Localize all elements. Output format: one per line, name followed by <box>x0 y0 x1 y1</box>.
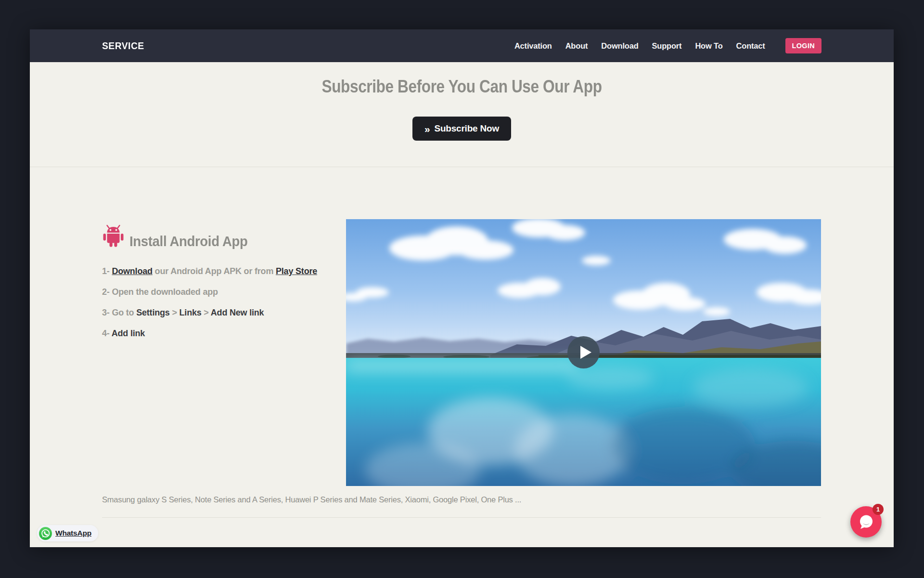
nav-item-support[interactable]: Support <box>652 41 682 51</box>
subscribe-section: Subscribe Before You Can Use Our App » S… <box>30 62 894 167</box>
brand-logo[interactable]: SERVICE <box>102 40 144 52</box>
page-title: Subscribe Before You Can Use Our App <box>82 77 842 97</box>
chat-unread-badge: 1 <box>873 504 884 515</box>
step-text: Links <box>180 308 202 317</box>
install-step-2: 2- Open the downloaded app <box>102 286 317 307</box>
step-text: > <box>170 308 180 317</box>
install-android-title: Install Android App <box>129 233 247 249</box>
nav-links: ActivationAboutDownloadSupportHow ToCont… <box>514 41 765 51</box>
step-text: our Android App APK or from <box>153 266 276 276</box>
navbar: SERVICE ActivationAboutDownloadSupportHo… <box>30 29 894 62</box>
supported-devices-caption: Smasung galaxy S Series, Note Series and… <box>102 495 521 504</box>
chat-widget-button[interactable]: 1 <box>850 506 882 538</box>
section-divider <box>102 517 821 518</box>
step-text: > <box>202 308 211 317</box>
subscribe-now-button[interactable]: » Subscribe Now <box>412 117 511 141</box>
step-text: 3- Go to <box>102 308 136 317</box>
nav-right: ActivationAboutDownloadSupportHow ToCont… <box>514 38 821 53</box>
nav-item-activation[interactable]: Activation <box>514 41 552 51</box>
step-text: Open the downloaded app <box>112 287 218 297</box>
nav-item-how-to[interactable]: How To <box>695 41 722 51</box>
step-link-play-store[interactable]: Play Store <box>276 266 317 276</box>
install-step-4: 4- Add link <box>102 328 317 348</box>
play-button[interactable] <box>567 336 600 368</box>
whatsapp-icon <box>39 527 52 540</box>
play-icon <box>567 336 600 368</box>
page-content: SERVICE ActivationAboutDownloadSupportHo… <box>30 29 894 547</box>
step-text: Settings <box>136 308 169 317</box>
install-step-1: 1- Download our Android App APK or from … <box>102 265 317 286</box>
nav-item-about[interactable]: About <box>565 41 588 51</box>
install-header: Install Android App <box>102 224 258 249</box>
step-text: 4- <box>102 328 112 338</box>
step-link-download[interactable]: Download <box>112 266 152 276</box>
step-text: 1- <box>102 266 112 276</box>
step-text: Add New link <box>211 308 264 317</box>
login-button[interactable]: LOGIN <box>785 38 821 53</box>
android-icon <box>102 224 125 249</box>
nav-item-download[interactable]: Download <box>601 41 638 51</box>
step-text: Add link <box>112 328 145 338</box>
install-steps: 1- Download our Android App APK or from … <box>102 265 317 348</box>
chat-bubble-icon <box>858 514 874 530</box>
video-player[interactable] <box>346 219 821 486</box>
whatsapp-button[interactable]: WhatsApp <box>37 525 98 541</box>
nav-item-contact[interactable]: Contact <box>736 41 765 51</box>
install-section: Install Android App 1- Download our Andr… <box>30 168 894 547</box>
whatsapp-label: WhatsApp <box>55 529 91 538</box>
step-text: 2- <box>102 287 112 297</box>
double-chevron-icon: » <box>424 124 430 134</box>
install-step-3: 3- Go to Settings > Links > Add New link <box>102 307 317 328</box>
subscribe-button-label: Subscribe Now <box>434 123 499 134</box>
